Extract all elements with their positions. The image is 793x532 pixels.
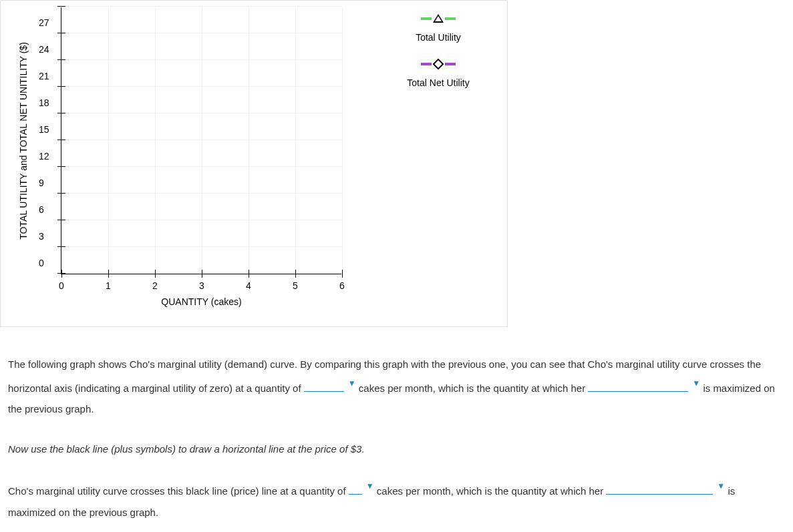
- gridline: [61, 59, 341, 60]
- dash-icon: [421, 63, 432, 65]
- gridline: [155, 7, 156, 274]
- text-segment: cakes per month, which is the quantity a…: [359, 382, 589, 394]
- gridline: [202, 7, 202, 274]
- dash-icon: [445, 17, 456, 20]
- dropdown-quantity-1[interactable]: ▼: [304, 375, 356, 392]
- y-tick: [57, 113, 65, 113]
- dropdown-maximized-2[interactable]: ▼: [606, 478, 725, 495]
- y-tick-label: 18: [39, 97, 49, 108]
- gridline: [61, 220, 341, 220]
- x-axis-label: QUANTITY (cakes): [161, 296, 241, 307]
- paragraph-3: Cho's marginal utility curve crosses thi…: [8, 478, 785, 523]
- dropdown-maximized-1[interactable]: ▼: [588, 375, 700, 392]
- chevron-down-icon: ▼: [348, 375, 356, 392]
- blank-underline: [588, 380, 688, 392]
- y-tick: [57, 33, 65, 33]
- y-tick-label: 30: [39, 0, 49, 1]
- gridline: [61, 193, 341, 194]
- legend-marker-total-utility: [375, 14, 502, 23]
- y-tick-label: 0: [39, 258, 44, 268]
- legend-total-utility[interactable]: Total Utility: [375, 14, 502, 43]
- chevron-down-icon: ▼: [366, 478, 374, 495]
- x-tick-label: 5: [293, 280, 298, 291]
- y-tick: [57, 140, 65, 140]
- y-axis-label: TOTAL UTILITY and TOTAL NET UNITILITY ($…: [18, 42, 29, 240]
- x-tick-label: 2: [152, 280, 158, 291]
- y-tick-label: 27: [39, 17, 49, 28]
- plot-region[interactable]: 0 1 2 3 4 5 6 0 3 6 9 12 15 18 21 24 27 …: [61, 7, 341, 274]
- y-tick: [57, 273, 65, 274]
- y-tick: [57, 193, 65, 194]
- y-tick-label: 21: [39, 71, 49, 81]
- dropdown-quantity-2[interactable]: ▼: [349, 478, 374, 495]
- gridline: [61, 6, 341, 7]
- dash-icon: [421, 17, 432, 20]
- dash-icon: [445, 63, 456, 65]
- x-tick: [249, 270, 249, 278]
- x-tick: [155, 270, 156, 278]
- y-tick: [57, 86, 65, 87]
- gridline: [61, 113, 341, 113]
- legend-label-total-net-utility: Total Net Utility: [375, 77, 502, 88]
- gridline: [61, 33, 341, 33]
- diamond-icon: [433, 59, 444, 70]
- gridline: [295, 7, 296, 274]
- legend: Total Utility Total Net Utility: [375, 14, 502, 105]
- paragraph-instruction: Now use the black line (plus symbols) to…: [8, 439, 785, 460]
- triangle-icon: [433, 14, 444, 23]
- chevron-down-icon: ▼: [717, 478, 725, 495]
- y-tick-label: 6: [39, 204, 44, 215]
- legend-label-total-utility: Total Utility: [375, 32, 502, 43]
- x-tick-label: 6: [339, 280, 345, 291]
- y-tick-label: 24: [39, 44, 49, 55]
- paragraph-1: The following graph shows Cho's marginal…: [8, 354, 785, 420]
- gridline: [342, 7, 343, 274]
- gridline: [61, 86, 341, 87]
- gridline: [249, 7, 249, 274]
- x-tick: [342, 270, 343, 278]
- question-text: The following graph shows Cho's marginal…: [0, 354, 793, 523]
- x-tick: [295, 270, 296, 278]
- y-tick-label: 3: [39, 231, 44, 242]
- y-tick: [57, 166, 65, 167]
- gridline: [61, 140, 341, 140]
- y-tick-label: 9: [39, 178, 44, 188]
- x-tick: [202, 270, 202, 278]
- gridline: [61, 246, 341, 247]
- y-tick: [57, 220, 65, 220]
- y-tick: [57, 246, 65, 247]
- y-tick: [57, 59, 65, 60]
- chart-panel: TOTAL UTILITY and TOTAL NET UNITILITY ($…: [0, 0, 508, 327]
- gridline: [108, 7, 109, 274]
- chevron-down-icon: ▼: [692, 375, 700, 392]
- y-tick: [57, 6, 65, 7]
- y-tick-label: 15: [39, 124, 49, 135]
- legend-total-net-utility[interactable]: Total Net Utility: [375, 60, 502, 88]
- x-tick-label: 0: [59, 280, 64, 291]
- y-tick-label: 12: [39, 151, 49, 162]
- blank-underline: [606, 484, 713, 495]
- text-segment: cakes per month, which is the quantity a…: [377, 485, 607, 497]
- x-tick-label: 4: [246, 280, 251, 291]
- gridline: [61, 166, 341, 167]
- blank-underline: [304, 380, 344, 392]
- blank-underline: [349, 484, 362, 495]
- text-segment: Cho's marginal utility curve crosses thi…: [8, 485, 349, 497]
- x-tick: [61, 270, 62, 278]
- x-tick-label: 3: [199, 280, 204, 291]
- chart-area: 0 1 2 3 4 5 6 0 3 6 9 12 15 18 21 24 27 …: [61, 1, 395, 294]
- legend-marker-total-net-utility: [375, 60, 502, 68]
- x-tick-label: 1: [106, 280, 111, 291]
- x-tick: [108, 270, 109, 278]
